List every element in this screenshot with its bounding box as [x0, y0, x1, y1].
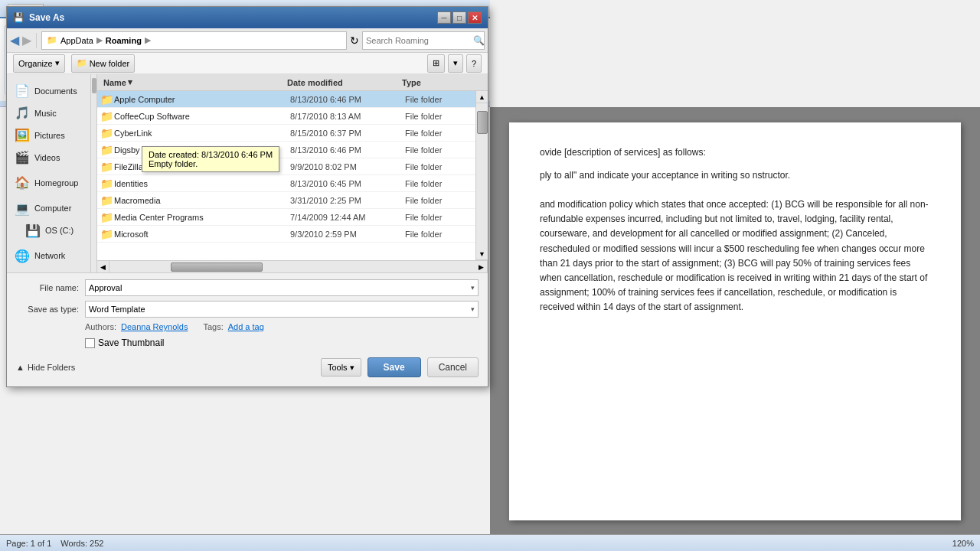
file-row[interactable]: 📁 CyberLink 8/15/2010 6:37 PM File folde…: [97, 125, 488, 142]
scroll-down-arrow[interactable]: ▼: [476, 248, 488, 260]
sidebar-label-network: Network: [34, 251, 65, 260]
file-name-control[interactable]: Approval ▾: [85, 279, 479, 296]
sidebar-scrollbar[interactable]: [91, 74, 97, 272]
tags-label: Tags:: [203, 322, 223, 331]
tools-button[interactable]: Tools ▾: [321, 358, 361, 377]
file-date-cell: 7/14/2009 12:44 AM: [290, 213, 405, 222]
close-button[interactable]: ✕: [468, 11, 482, 24]
path-icon: 📁: [47, 35, 57, 45]
tags-field: Tags: Add a tag: [203, 322, 263, 331]
file-list-scrollbar[interactable]: ▲ ▼: [475, 91, 488, 260]
save-as-dialog-overlay: 💾 Save As ─ □ ✕ ◀ ▶ 📁 AppData ▶ Roaming: [0, 0, 490, 390]
path-bar[interactable]: 📁 AppData ▶ Roaming ▶: [41, 31, 347, 50]
second-toolbar: Organize ▾ 📁 New folder ⊞ ▾ ?: [7, 53, 488, 74]
dialog-file-list-area: Name ▾ Date modified Type 📁 Apple Comput…: [97, 74, 488, 272]
hide-folders-button[interactable]: ▲ Hide Folders: [16, 363, 75, 372]
file-row[interactable]: 📁 FileZilla 9/9/2010 8:02 PM File folder: [97, 158, 488, 175]
organize-button[interactable]: Organize ▾: [13, 54, 65, 73]
sidebar-item-network[interactable]: 🌐 Network: [10, 246, 87, 266]
save-type-control[interactable]: Word Template ▾: [85, 301, 479, 318]
file-icon: 📁: [100, 211, 114, 223]
horiz-left-arrow[interactable]: ◀: [97, 261, 109, 273]
file-icon: 📁: [100, 127, 114, 139]
file-name-cell: Digsby: [114, 145, 290, 155]
nav-back-button[interactable]: ◀: [10, 33, 19, 47]
sidebar-spacer-2: [10, 194, 87, 196]
col-header-date[interactable]: Date modified: [284, 78, 399, 87]
sidebar-label-pictures: Pictures: [34, 131, 65, 140]
new-folder-button[interactable]: 📁 New folder: [71, 54, 136, 73]
authors-value[interactable]: Deanna Reynolds: [121, 322, 188, 331]
homegroup-icon: 🏠: [15, 175, 30, 190]
file-row[interactable]: 📁 Macromedia 3/31/2010 2:25 PM File fold…: [97, 192, 488, 209]
search-input[interactable]: [366, 36, 472, 45]
maximize-button[interactable]: □: [452, 11, 466, 24]
scroll-thumb: [477, 111, 488, 134]
file-type-cell: File folder: [405, 196, 466, 205]
file-list: 📁 Apple Computer 8/13/2010 6:46 PM File …: [97, 91, 488, 260]
tools-label: Tools: [328, 363, 348, 372]
view-toggle-button[interactable]: ⊞: [427, 54, 445, 73]
scroll-up-arrow[interactable]: ▲: [476, 91, 488, 103]
minimize-button[interactable]: ─: [437, 11, 451, 24]
pictures-icon: 🖼️: [15, 128, 30, 142]
view-dropdown-button[interactable]: ▾: [448, 54, 463, 73]
path-roaming: Roaming: [106, 36, 142, 45]
save-thumbnail-label: Save Thumbnail: [98, 337, 165, 348]
file-row[interactable]: 📁 Media Center Programs 7/14/2009 12:44 …: [97, 209, 488, 226]
tags-value[interactable]: Add a tag: [228, 322, 264, 331]
sidebar-item-osc[interactable]: 💾 OS (C:): [10, 220, 87, 241]
save-thumbnail-checkbox[interactable]: [85, 338, 95, 348]
file-row[interactable]: 📁 Microsoft 9/3/2010 2:59 PM File folder: [97, 226, 488, 243]
sidebar-item-videos[interactable]: 🎬 Videos: [10, 147, 87, 168]
nav-forward-button[interactable]: ▶: [22, 33, 31, 47]
sidebar-item-homegroup[interactable]: 🏠 Homegroup: [10, 172, 87, 193]
toolbar-divider: [36, 33, 37, 48]
file-icon: 📁: [100, 93, 114, 106]
osc-icon: 💾: [25, 223, 41, 238]
doc-paragraph-3: and modification policy which states tha…: [540, 197, 930, 315]
sidebar-item-documents[interactable]: 📄 Documents: [10, 80, 87, 101]
file-type-cell: File folder: [405, 145, 466, 155]
search-icon: 🔍: [473, 35, 485, 46]
file-name-dropdown-arrow[interactable]: ▾: [471, 284, 475, 292]
meta-row: Authors: Deanna Reynolds Tags: Add a tag: [16, 322, 479, 331]
file-name-cell: Media Center Programs: [114, 213, 290, 222]
file-name-cell: Microsoft: [114, 230, 290, 239]
save-as-dialog: 💾 Save As ─ □ ✕ ◀ ▶ 📁 AppData ▶ Roaming: [6, 6, 488, 387]
save-type-value: Word Template: [89, 305, 145, 314]
path-appdata: AppData: [60, 36, 93, 45]
file-name-cell: FileZilla: [114, 162, 290, 171]
search-box[interactable]: 🔍: [362, 31, 485, 50]
sidebar-item-pictures[interactable]: 🖼️ Pictures: [10, 125, 87, 145]
sidebar-label-documents: Documents: [34, 86, 77, 96]
dialog-bottom: File name: Approval ▾ Save as type: Word…: [7, 272, 488, 386]
horiz-track: [109, 262, 475, 272]
forward-icon: ▶: [22, 33, 31, 47]
view-controls: ⊞ ▾ ?: [427, 54, 482, 73]
sidebar-item-music[interactable]: 🎵 Music: [10, 103, 87, 123]
word-count: Words: 252: [60, 539, 103, 548]
zoom-level: 120%: [952, 539, 974, 548]
horiz-scrollbar[interactable]: ◀ ▶: [97, 260, 488, 272]
hide-folders-label: Hide Folders: [28, 363, 75, 372]
sidebar-item-computer[interactable]: 💻 Computer: [10, 198, 87, 219]
file-date-cell: 9/9/2010 8:02 PM: [290, 162, 405, 171]
dialog-sidebar: 📄 Documents 🎵 Music 🖼️ Pictures 🎬 Videos: [7, 74, 91, 272]
file-row[interactable]: 📁 Apple Computer 8/13/2010 6:46 PM File …: [97, 91, 488, 108]
col-header-type[interactable]: Type: [399, 78, 460, 87]
horiz-right-arrow[interactable]: ▶: [475, 261, 488, 273]
tools-arrow-icon: ▾: [350, 363, 354, 373]
file-icon: 📁: [100, 144, 114, 156]
file-row[interactable]: 📁 CoffeeCup Software 8/17/2010 8:13 AM F…: [97, 108, 488, 125]
file-row[interactable]: 📁 Digsby 8/13/2010 6:46 PM File folder: [97, 142, 488, 158]
sidebar-label-homegroup: Homegroup: [34, 178, 78, 187]
save-button[interactable]: Save: [368, 357, 421, 377]
help-button[interactable]: ?: [466, 54, 482, 73]
save-type-dropdown-arrow[interactable]: ▾: [471, 305, 475, 313]
refresh-button[interactable]: ↻: [350, 34, 359, 47]
cancel-button[interactable]: Cancel: [427, 357, 479, 377]
file-row[interactable]: 📁 Identities 8/13/2010 6:45 PM File fold…: [97, 175, 488, 192]
col-header-name[interactable]: Name ▾: [100, 77, 284, 87]
file-type-cell: File folder: [405, 95, 466, 104]
